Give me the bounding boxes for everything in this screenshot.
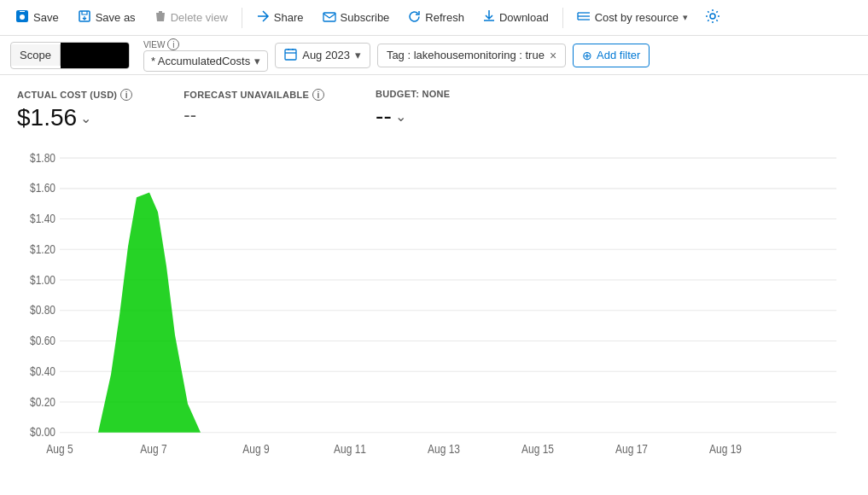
y-label-060: $0.60: [30, 334, 55, 347]
filter-bar: Scope VIEW i * AccumulatedCosts ▾ Aug 20…: [0, 36, 868, 75]
download-label: Download: [499, 11, 549, 24]
view-dropdown[interactable]: * AccumulatedCosts ▾: [143, 50, 268, 72]
delete-icon: [154, 9, 166, 26]
share-button[interactable]: Share: [248, 6, 312, 29]
gear-icon: [705, 9, 720, 26]
refresh-button[interactable]: Refresh: [399, 6, 473, 30]
subscribe-icon: [323, 10, 336, 25]
y-label-080: $0.80: [30, 304, 55, 317]
x-label-aug9: Aug 9: [242, 442, 269, 456]
forecast-info-icon[interactable]: i: [312, 89, 324, 101]
cost-chart: .grid-label { font-family: 'Segoe UI', A…: [17, 138, 851, 473]
save-label: Save: [33, 11, 59, 24]
actual-cost-value: $1.56 ⌄: [17, 104, 132, 131]
svg-point-6: [710, 14, 715, 19]
chevron-down-icon: ▾: [683, 12, 688, 23]
forecast-metric: FORECAST UNAVAILABLE i --: [184, 89, 324, 126]
chart-container: .grid-label { font-family: 'Segoe UI', A…: [0, 138, 868, 481]
refresh-icon: [408, 10, 421, 26]
x-label-aug17: Aug 17: [615, 442, 648, 456]
date-picker-button[interactable]: Aug 2023 ▾: [275, 43, 370, 68]
delete-view-label: Delete view: [171, 11, 228, 24]
y-label-100: $1.00: [30, 273, 55, 287]
date-chevron-icon: ▾: [355, 49, 361, 61]
subscribe-label: Subscribe: [341, 11, 390, 24]
forecast-label: FORECAST UNAVAILABLE i: [184, 89, 324, 101]
download-button[interactable]: Download: [475, 5, 557, 30]
budget-chevron-icon: ⌄: [395, 108, 406, 125]
view-label: VIEW i: [143, 38, 268, 50]
cost-by-resource-button[interactable]: Cost by resource ▾: [568, 7, 696, 29]
forecast-value: --: [184, 104, 324, 126]
save-icon: [15, 9, 29, 26]
save-as-icon: [78, 9, 91, 26]
budget-metric: BUDGET: NONE -- ⌄: [376, 89, 450, 130]
tag-filter-close-icon[interactable]: ×: [550, 49, 556, 62]
actual-cost-info-icon[interactable]: i: [120, 89, 132, 101]
actual-cost-label: ACTUAL COST (USD) i: [17, 89, 132, 101]
y-label-160: $1.60: [30, 182, 55, 195]
save-as-label: Save as: [96, 11, 136, 24]
cost-by-resource-label: Cost by resource: [595, 11, 679, 24]
x-label-aug15: Aug 15: [521, 442, 554, 456]
metrics-bar: ACTUAL COST (USD) i $1.56 ⌄ FORECAST UNA…: [0, 75, 868, 138]
view-info-icon[interactable]: i: [167, 38, 179, 50]
delete-view-button[interactable]: Delete view: [146, 5, 236, 30]
add-filter-label: Add filter: [597, 49, 640, 61]
y-label-020: $0.20: [30, 395, 55, 409]
actual-cost-metric: ACTUAL COST (USD) i $1.56 ⌄: [17, 89, 132, 131]
save-button[interactable]: Save: [7, 5, 67, 30]
subscribe-button[interactable]: Subscribe: [314, 6, 399, 29]
x-label-aug11: Aug 11: [334, 442, 366, 456]
x-label-aug5: Aug 5: [46, 442, 73, 456]
cost-by-resource-icon: [577, 11, 591, 25]
settings-button[interactable]: [698, 4, 727, 31]
scope-group: Scope: [10, 42, 130, 69]
scope-value[interactable]: [61, 43, 129, 68]
y-label-180: $1.80: [30, 151, 55, 165]
view-name: * AccumulatedCosts: [151, 55, 250, 67]
actual-cost-chevron-icon: ⌄: [80, 110, 91, 126]
toolbar: Save Save as Delete view Share Subscribe…: [0, 0, 868, 36]
x-label-aug19: Aug 19: [709, 442, 742, 456]
x-label-aug13: Aug 13: [428, 442, 460, 456]
svg-rect-1: [323, 13, 335, 21]
share-label: Share: [274, 11, 304, 24]
svg-rect-7: [285, 50, 296, 60]
tag-filter: Tag : lakehousemonitoring : true ×: [377, 44, 566, 67]
separator-1: [242, 8, 242, 28]
y-label-120: $1.20: [30, 242, 55, 256]
view-group: VIEW i * AccumulatedCosts ▾: [143, 38, 268, 72]
chart-wrapper: .grid-label { font-family: 'Segoe UI', A…: [17, 138, 851, 473]
scope-label: Scope: [11, 44, 61, 66]
share-icon: [256, 10, 270, 25]
separator-2: [562, 8, 563, 28]
date-label: Aug 2023: [302, 49, 350, 61]
download-icon: [483, 9, 495, 26]
calendar-icon: [284, 48, 297, 63]
tag-filter-label: Tag : lakehousemonitoring : true: [387, 49, 545, 61]
add-filter-button[interactable]: ⊕ Add filter: [573, 44, 650, 67]
save-as-button[interactable]: Save as: [69, 5, 144, 30]
y-label-140: $1.40: [30, 212, 55, 225]
budget-value: -- ⌄: [376, 102, 450, 130]
refresh-label: Refresh: [425, 11, 464, 24]
x-label-aug7: Aug 7: [140, 442, 166, 456]
budget-label: BUDGET: NONE: [376, 89, 450, 99]
y-label-040: $0.40: [30, 364, 55, 378]
add-filter-icon: ⊕: [582, 49, 592, 62]
y-label-000: $0.00: [30, 426, 55, 440]
view-chevron-icon: ▾: [254, 55, 260, 67]
cost-area-chart: [98, 192, 836, 432]
